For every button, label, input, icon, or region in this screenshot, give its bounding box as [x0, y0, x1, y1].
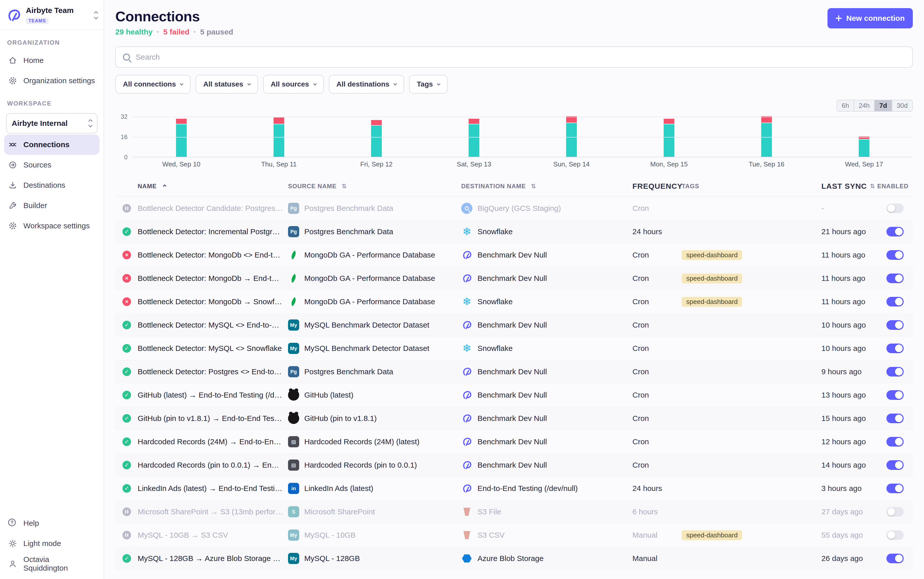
gear-icon [8, 221, 17, 231]
destination-cell: Benchmark Dev Null [461, 273, 632, 284]
connection-name: Hardcoded Records (24M) → End-to-End Te.… [138, 437, 283, 446]
table-row[interactable]: ✓Bottleneck Detector: MySQL <> End-to-En… [115, 313, 913, 337]
table-row[interactable]: MySQL - 10GB → S3 CSVMyMySQL - 10GBS3 CS… [115, 523, 913, 547]
enabled-toggle[interactable] [886, 437, 904, 447]
table-row[interactable]: ✓LinkedIn Ads (latest) → End-to-End Test… [115, 477, 913, 500]
sidebar-item-organization-settings[interactable]: Organization settings [4, 70, 100, 91]
enabled-toggle[interactable] [886, 227, 904, 237]
enabled-toggle[interactable] [886, 390, 904, 400]
user-icon [8, 559, 17, 568]
toggle-knob [895, 438, 903, 445]
chart-x-label: Sat, Sep 13 [425, 160, 523, 168]
workspace-selector-value: Airbyte Internal [11, 119, 67, 128]
connection-name-cell: ✓Hardcoded Records (24M) → End-to-End Te… [115, 437, 288, 446]
column-header-source-name[interactable]: SOURCE NAME⇅ [288, 183, 461, 190]
table-row[interactable]: ✓Bottleneck Detector: Incremental Postgr… [115, 220, 913, 243]
enabled-toggle[interactable] [886, 343, 904, 353]
time-range-30d[interactable]: 30d [892, 100, 913, 111]
toggle-knob [895, 485, 903, 492]
enabled-toggle[interactable] [886, 484, 904, 493]
succeeded-bar-segment [274, 124, 284, 157]
search-icon [123, 54, 130, 61]
time-range-24h[interactable]: 24h [853, 100, 874, 111]
source-cell: PgPostgres Benchmark Data [288, 366, 461, 377]
table-row[interactable]: ✓GitHub (pin to v1.8.1) → End-to-End Tes… [115, 407, 913, 430]
table-row[interactable]: ✓Bottleneck Detector: MySQL <> Snowflake… [115, 337, 913, 360]
column-header-last-sync[interactable]: LAST SYNC⇅ [821, 182, 877, 191]
sidebar-item-workspace-settings[interactable]: Workspace settings [4, 216, 100, 236]
sidebar-item-sources[interactable]: Sources [4, 155, 100, 175]
chart-x-label: Wed, Sep 17 [815, 160, 913, 168]
column-header-name[interactable]: NAME [115, 183, 288, 190]
enabled-toggle[interactable] [886, 367, 904, 376]
enabled-toggle[interactable] [886, 554, 904, 563]
search-input[interactable] [136, 53, 905, 61]
succeeded-bar-segment [761, 123, 772, 157]
tag-chip[interactable]: speed-dashboard [682, 273, 742, 283]
table-row[interactable]: ✓GitHub (latest) → End-to-End Testing (/… [115, 383, 913, 407]
succeeded-bar-segment [371, 126, 382, 157]
tag-chip[interactable]: speed-dashboard [682, 297, 742, 307]
table-row[interactable]: Bottleneck Detector Candidate: Postgres … [115, 196, 913, 220]
workspace-selector[interactable]: Airbyte Internal [6, 113, 97, 134]
source-name: Hardcoded Records (24M) (latest) [304, 437, 420, 446]
table-row[interactable]: ✓MySQL - 128GB → Azure Blob Storage JSOn… [115, 547, 913, 570]
destination-name: Benchmark Dev Null [478, 391, 547, 399]
org-switcher[interactable]: Airbyte Team TEAMS [0, 5, 103, 30]
table-row[interactable]: Microsoft SharePoint → S3 (13mb performa… [115, 500, 913, 523]
toggle-knob [895, 461, 903, 469]
last-sync: 26 days ago [821, 554, 877, 563]
new-connection-button[interactable]: New connection [827, 8, 913, 28]
chart-x-label: Sun, Sep 14 [523, 160, 620, 168]
tag-chip[interactable]: speed-dashboard [682, 250, 742, 260]
enabled-toggle[interactable] [886, 320, 904, 330]
column-header-destination-name[interactable]: DESTINATION NAME⇅ [461, 183, 632, 190]
healthy-status-icon: ✓ [122, 437, 131, 446]
enabled-toggle[interactable] [886, 297, 904, 306]
enabled-toggle[interactable] [886, 460, 904, 470]
time-range-6h[interactable]: 6h [837, 100, 853, 111]
source-cell: MyMySQL - 128GB [288, 553, 461, 564]
connection-name: Bottleneck Detector: MongoDb <> End-to-E… [138, 251, 283, 259]
connection-name-cell: ✓GitHub (latest) → End-to-End Testing (/… [115, 391, 288, 399]
enabled-toggle[interactable] [886, 414, 904, 423]
time-range-7d[interactable]: 7d [874, 100, 891, 111]
airbyte-icon [461, 436, 473, 447]
filter-tags[interactable]: Tags [409, 75, 448, 93]
enabled-cell [877, 390, 913, 400]
sidebar-item-help[interactable]: Help [4, 513, 100, 533]
filter-all-statuses[interactable]: All statuses [195, 75, 258, 93]
s3-icon [461, 506, 473, 517]
filter-all-destinations[interactable]: All destinations [329, 75, 404, 93]
tag-chip[interactable]: speed-dashboard [682, 530, 742, 540]
connection-name: Bottleneck Detector: MongoDb → End-to-En… [138, 274, 283, 283]
filter-all-sources[interactable]: All sources [263, 75, 324, 93]
enabled-toggle[interactable] [886, 530, 904, 540]
table-row[interactable]: ×Bottleneck Detector: MongoDb → End-to-E… [115, 267, 913, 290]
enabled-toggle[interactable] [886, 203, 904, 213]
table-row[interactable]: ×Bottleneck Detector: MongoDb <> End-to-… [115, 243, 913, 267]
enabled-toggle[interactable] [886, 507, 904, 517]
table-row[interactable]: ✓Hardcoded Records (pin to 0.0.1) → End-… [115, 453, 913, 477]
enabled-toggle[interactable] [886, 273, 904, 283]
sidebar-item-connections[interactable]: Connections [4, 134, 100, 155]
snowflake-icon: ❄ [461, 343, 473, 354]
sort-icon: ⇅ [870, 183, 875, 190]
y-tick-label: 16 [121, 134, 128, 141]
sidebar-item-light-mode[interactable]: Light mode [4, 533, 100, 554]
enabled-cell [877, 297, 913, 306]
enabled-toggle[interactable] [886, 250, 904, 260]
sidebar-item-label: Connections [23, 140, 70, 149]
connection-name-cell: ×Bottleneck Detector: MongoDb → Snowflak… [115, 298, 288, 306]
filter-all-connections[interactable]: All connections [115, 75, 190, 93]
chevron-down-icon [394, 82, 397, 85]
table-row[interactable]: ×Bottleneck Detector: MongoDb → Snowflak… [115, 290, 913, 313]
destination-cell: ❄Snowflake [461, 343, 632, 354]
sidebar-item-home[interactable]: Home [4, 50, 100, 70]
table-row[interactable]: ✓Bottleneck Detector: Postgres <> End-to… [115, 360, 913, 383]
table-row[interactable]: ✓Hardcoded Records (24M) → End-to-End Te… [115, 430, 913, 453]
source-name: MongoDb GA - Performance Database [304, 298, 435, 306]
sidebar-item-user[interactable]: Octavia Squiddington [4, 554, 100, 574]
sidebar-item-destinations[interactable]: Destinations [4, 175, 100, 195]
sidebar-item-builder[interactable]: Builder [4, 195, 100, 216]
